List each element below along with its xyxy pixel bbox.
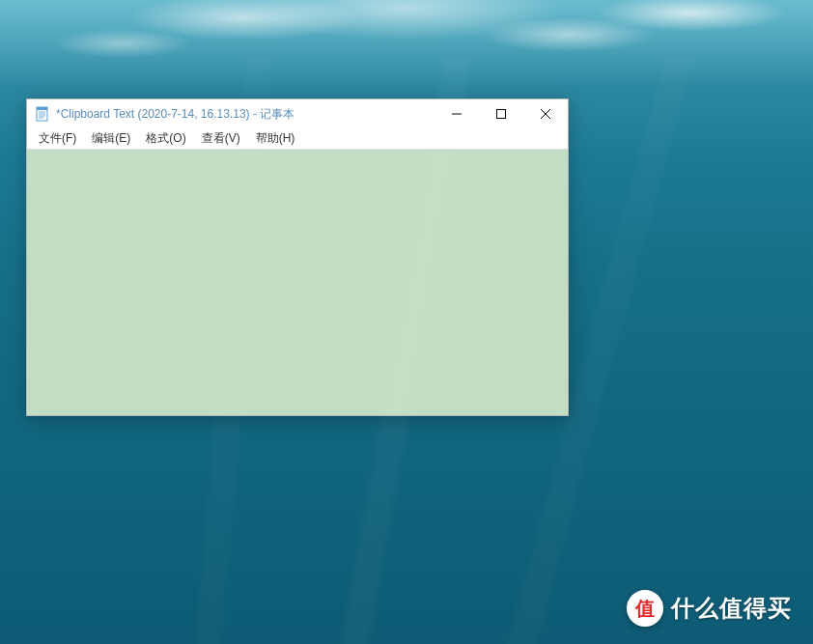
close-button[interactable] [523, 99, 568, 128]
watermark: 值 什么值得买 [627, 590, 792, 627]
editor-container [27, 149, 568, 415]
watermark-badge-icon: 值 [627, 590, 663, 627]
menubar: 文件(F) 编辑(E) 格式(O) 查看(V) 帮助(H) [27, 128, 568, 149]
menu-help[interactable]: 帮助(H) [248, 128, 303, 149]
window-title: *Clipboard Text (2020-7-14, 16.13.13) - … [56, 106, 435, 123]
window-controls [435, 99, 568, 128]
watermark-text: 什么值得买 [671, 593, 792, 624]
text-editor[interactable] [27, 150, 568, 415]
svg-rect-1 [37, 107, 47, 110]
menu-view[interactable]: 查看(V) [194, 128, 248, 149]
notepad-window: *Clipboard Text (2020-7-14, 16.13.13) - … [26, 98, 569, 416]
titlebar[interactable]: *Clipboard Text (2020-7-14, 16.13.13) - … [27, 99, 568, 128]
notepad-icon [35, 106, 50, 122]
menu-edit[interactable]: 编辑(E) [84, 128, 138, 149]
minimize-button[interactable] [435, 99, 479, 128]
maximize-button[interactable] [479, 99, 523, 128]
menu-file[interactable]: 文件(F) [31, 128, 84, 149]
svg-rect-7 [497, 110, 506, 119]
menu-format[interactable]: 格式(O) [138, 128, 193, 149]
